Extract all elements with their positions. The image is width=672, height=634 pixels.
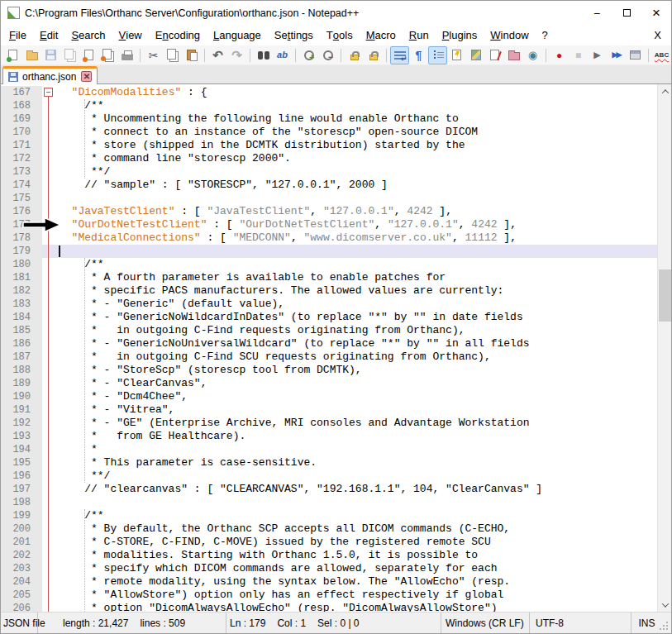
- fold-margin[interactable]: [42, 470, 55, 483]
- line-number[interactable]: 176: [1, 205, 42, 218]
- code-text[interactable]: * Uncommenting the following line would …: [55, 112, 657, 126]
- line-number[interactable]: 195: [1, 456, 42, 470]
- code-line[interactable]: 193 * from GE Healthcare).: [1, 430, 657, 443]
- line-number[interactable]: 175: [1, 192, 42, 205]
- code-text[interactable]: * This parameter is case-sensitive.: [55, 456, 657, 470]
- function-list-icon[interactable]: [447, 46, 466, 64]
- code-line[interactable]: 186 * - "GenericNoUniversalWildcard" (to…: [1, 337, 657, 350]
- code-text[interactable]: * store (shipped in the DCMTK distributi…: [55, 139, 657, 152]
- code-line[interactable]: 174 // "sample" : [ "STORESCP", "127.0.0…: [1, 179, 657, 192]
- tab-close-icon[interactable]: ✕: [81, 71, 92, 82]
- fold-margin[interactable]: [42, 536, 55, 549]
- code-text[interactable]: *: [55, 443, 657, 456]
- code-text[interactable]: * A fourth parameter is available to ena…: [55, 271, 657, 284]
- zoom-out-icon[interactable]: [318, 46, 337, 64]
- fold-margin[interactable]: [42, 205, 55, 218]
- line-number[interactable]: 182: [1, 284, 42, 298]
- indent-guide-icon[interactable]: [428, 46, 447, 64]
- code-text[interactable]: /**: [55, 509, 657, 522]
- code-line[interactable]: 206 * option "DicomAlwaysAllowEcho" (res…: [1, 602, 657, 612]
- code-line[interactable]: 189 * - "ClearCanvas",: [1, 377, 657, 390]
- code-line[interactable]: 169 * Uncommenting the following line wo…: [1, 112, 657, 126]
- code-text[interactable]: * - "Generic" (default value),: [55, 298, 657, 311]
- code-text[interactable]: * By default, the Orthanc SCP accepts al…: [55, 522, 657, 536]
- show-all-characters-icon[interactable]: ¶: [409, 46, 428, 64]
- line-number[interactable]: 186: [1, 337, 42, 350]
- monitoring-icon[interactable]: ◉: [523, 46, 542, 64]
- code-text[interactable]: * - "ClearCanvas",: [55, 377, 657, 390]
- code-text[interactable]: "JavaTestClient" : [ "JavaTestClient", "…: [55, 205, 657, 218]
- code-text[interactable]: * - "GenericNoWildcardInDates" (to repla…: [55, 311, 657, 324]
- fold-margin[interactable]: [42, 496, 55, 509]
- code-line[interactable]: 168 /**: [1, 99, 657, 112]
- code-line[interactable]: 205 * "AllowStore") option only has an e…: [1, 589, 657, 602]
- fold-margin[interactable]: [42, 271, 55, 284]
- fold-margin[interactable]: [42, 192, 55, 205]
- code-line[interactable]: 175: [1, 192, 657, 205]
- line-number[interactable]: 180: [1, 258, 42, 271]
- line-number[interactable]: 206: [1, 602, 42, 612]
- code-line[interactable]: 167 "DicomModalities" : {: [1, 86, 657, 99]
- fold-margin[interactable]: [42, 245, 55, 258]
- macro-stop-icon[interactable]: ■: [569, 46, 588, 64]
- status-encoding[interactable]: UTF-8: [530, 613, 631, 633]
- vertical-scrollbar-thumb[interactable]: [659, 269, 671, 322]
- fold-margin[interactable]: [42, 483, 55, 496]
- replace-icon[interactable]: ab: [273, 46, 292, 64]
- menu-view[interactable]: View: [112, 25, 149, 45]
- sync-vertical-scroll-icon[interactable]: [345, 46, 364, 64]
- line-number[interactable]: 183: [1, 298, 42, 311]
- spell-check-icon[interactable]: ABC: [652, 46, 671, 64]
- line-number[interactable]: 185: [1, 324, 42, 337]
- fold-margin[interactable]: [42, 298, 55, 311]
- line-number[interactable]: 198: [1, 496, 42, 509]
- code-line[interactable]: 182 * specific PACS manufacturers. The a…: [1, 284, 657, 298]
- code-line[interactable]: 204 * remote modality, using the syntax …: [1, 575, 657, 589]
- menu-file[interactable]: File: [2, 25, 33, 45]
- fold-margin[interactable]: [42, 562, 55, 575]
- code-text[interactable]: * in outgoing C-Find SCU requests origin…: [55, 350, 657, 364]
- line-number[interactable]: 188: [1, 364, 42, 377]
- word-wrap-icon[interactable]: [390, 46, 409, 64]
- fold-margin[interactable]: [42, 179, 55, 192]
- code-text[interactable]: * - "Dcm4Chee",: [55, 390, 657, 403]
- fold-margin[interactable]: [42, 549, 55, 562]
- code-text[interactable]: * - "StoreScp" (storescp tool from DCMTK…: [55, 364, 657, 377]
- fold-margin[interactable]: [42, 364, 55, 377]
- fold-margin[interactable]: [42, 231, 55, 245]
- code-line[interactable]: 185 * in outgoing C-Find requests origin…: [1, 324, 657, 337]
- fold-margin[interactable]: [42, 403, 55, 417]
- code-line[interactable]: 176 "JavaTestClient" : [ "JavaTestClient…: [1, 205, 657, 218]
- code-text[interactable]: /**: [55, 99, 657, 112]
- line-number[interactable]: 202: [1, 549, 42, 562]
- code-text[interactable]: * specify which DICOM commands are allow…: [55, 562, 657, 575]
- scroll-up-arrow[interactable]: [658, 84, 672, 98]
- code-line[interactable]: 183 * - "Generic" (default value),: [1, 298, 657, 311]
- line-number[interactable]: 190: [1, 390, 42, 403]
- macro-run-multiple-icon[interactable]: ▶▶: [607, 46, 626, 64]
- code-line[interactable]: 190 * - "Dcm4Chee",: [1, 390, 657, 403]
- line-number[interactable]: 204: [1, 575, 42, 589]
- document-map-icon[interactable]: [466, 46, 485, 64]
- line-number[interactable]: 196: [1, 470, 42, 483]
- code-text[interactable]: "DicomModalities" : {: [55, 86, 657, 99]
- fold-margin[interactable]: [42, 575, 55, 589]
- paste-icon[interactable]: [182, 46, 201, 64]
- status-insert-mode[interactable]: INS: [631, 613, 662, 633]
- code-line[interactable]: 196 **/: [1, 470, 657, 483]
- code-line[interactable]: 202 * modalities. Starting with Orthanc …: [1, 549, 657, 562]
- fold-margin[interactable]: [42, 417, 55, 430]
- code-text[interactable]: [55, 245, 657, 258]
- line-number[interactable]: 179: [1, 245, 42, 258]
- line-number[interactable]: 172: [1, 152, 42, 165]
- code-line[interactable]: 192 * - "GE" (Enterprise Archive, MRI co…: [1, 417, 657, 430]
- code-text[interactable]: [55, 192, 657, 205]
- code-text[interactable]: * remote modality, using the syntax belo…: [55, 575, 657, 589]
- line-number[interactable]: 173: [1, 165, 42, 179]
- line-number[interactable]: 187: [1, 350, 42, 364]
- save-all-icon[interactable]: [60, 46, 79, 64]
- line-number[interactable]: 205: [1, 589, 42, 602]
- print-icon[interactable]: [117, 46, 136, 64]
- line-number[interactable]: 189: [1, 377, 42, 390]
- line-number[interactable]: 181: [1, 271, 42, 284]
